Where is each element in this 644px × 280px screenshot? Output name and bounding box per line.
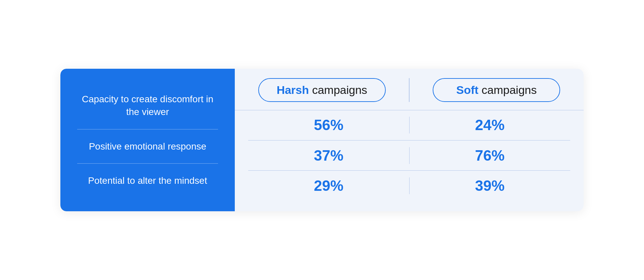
soft-header-text: Soft campaigns <box>456 83 537 97</box>
soft-mindset-cell: 39% <box>410 177 571 194</box>
soft-discomfort-cell: 24% <box>410 117 571 133</box>
data-row-emotional: 37% 76% <box>248 141 570 170</box>
harsh-emotional-cell: 37% <box>248 147 410 164</box>
row-label-discomfort: Capacity to create discomfort in the vie… <box>77 82 218 129</box>
harsh-emotional-value: 37% <box>314 147 343 164</box>
comparison-table: Capacity to create discomfort in the vie… <box>60 69 584 211</box>
harsh-mindset-value: 29% <box>314 177 343 194</box>
soft-mindset-value: 39% <box>475 177 504 194</box>
soft-discomfort-value: 24% <box>475 117 504 133</box>
harsh-discomfort-cell: 56% <box>248 117 410 133</box>
data-row-discomfort: 56% 24% <box>248 110 570 140</box>
soft-bold: Soft <box>456 83 478 96</box>
soft-emotional-value: 76% <box>475 147 504 164</box>
harsh-discomfort-value: 56% <box>314 117 343 133</box>
row-labels-panel: Capacity to create discomfort in the vie… <box>60 69 235 211</box>
data-panel: Harsh campaigns Soft campaigns 56% 24% <box>235 69 584 211</box>
header-row: Harsh campaigns Soft campaigns <box>235 69 584 110</box>
harsh-rest: campaigns <box>309 83 367 96</box>
data-rows-container: 56% 24% 37% 76% 29% <box>235 110 584 211</box>
soft-emotional-cell: 76% <box>410 147 571 164</box>
soft-campaigns-header: Soft campaigns <box>433 78 560 102</box>
harsh-mindset-cell: 29% <box>248 177 410 194</box>
harsh-campaigns-header: Harsh campaigns <box>258 78 386 102</box>
data-row-mindset: 29% 39% <box>248 171 570 201</box>
row-label-mindset: Potential to alter the mindset <box>77 164 218 198</box>
harsh-header-text: Harsh campaigns <box>277 83 367 97</box>
header-vertical-divider <box>409 78 410 102</box>
harsh-bold: Harsh <box>277 83 309 96</box>
row-label-emotional: Positive emotional response <box>77 129 218 164</box>
soft-rest: campaigns <box>478 83 537 96</box>
